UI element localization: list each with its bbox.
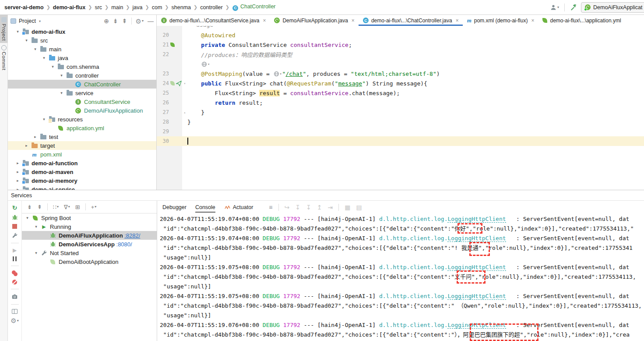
chevron-down-icon[interactable]: ▾: [32, 47, 39, 51]
editor-tab[interactable]: DemoAiFluxApplication.java×: [270, 15, 358, 26]
service-tree-row[interactable]: DemoAiServicesApp :8080/: [22, 240, 157, 249]
add-icon[interactable]: +▾: [91, 204, 97, 210]
code-line[interactable]: 22 //produces：响应的数据编码类型: [157, 50, 644, 59]
project-panel-title[interactable]: Project ▾: [11, 18, 41, 24]
expand-all-icon[interactable]: ⇟: [113, 18, 118, 24]
tree-row[interactable]: ▸ demo-ai-maven: [8, 167, 156, 176]
tree-row[interactable]: ▾ main: [8, 45, 156, 53]
layout-settings-icon[interactable]: [12, 309, 18, 314]
chevron-down-icon[interactable]: ▾: [24, 216, 31, 220]
tree-row[interactable]: ▾ java: [8, 53, 156, 62]
group-by-icon[interactable]: ∷▾: [53, 204, 59, 210]
spring-bean-gutter-icon[interactable]: [170, 43, 175, 47]
chevron-right-icon[interactable]: ▸: [14, 170, 21, 174]
navigate-to-caret-icon[interactable]: ⇥: [327, 204, 333, 210]
chevron-down-icon[interactable]: ▾: [32, 224, 40, 229]
breadcrumb-item[interactable]: java: [133, 4, 143, 11]
console-menu-icon[interactable]: ≡: [269, 204, 272, 210]
user-profile-icon[interactable]: ▾: [550, 4, 559, 11]
code-line[interactable]: 24 ▾ public Flux<String> chat(@RequestPa…: [157, 78, 644, 88]
chevron-down-icon[interactable]: ▾: [58, 73, 65, 78]
code-line[interactable]: 23 @PostMapping(value = ▾"/chat", produc…: [157, 69, 644, 78]
settings-gear-icon[interactable]: ⚙▾: [11, 317, 18, 324]
breadcrumb-item[interactable]: src: [95, 4, 102, 11]
grid-view-icon[interactable]: ▦: [345, 204, 350, 210]
chevron-right-icon[interactable]: ▸: [14, 161, 21, 165]
service-port-link[interactable]: :8282/: [124, 232, 140, 239]
close-tab-icon[interactable]: ×: [531, 18, 534, 24]
console-tab-debugger[interactable]: Debugger: [162, 201, 187, 213]
tree-row[interactable]: ▾ demo-ai-flux: [8, 27, 156, 36]
tree-row[interactable]: ▾ com.shenma: [8, 62, 156, 71]
scroll-down-icon[interactable]: ↧: [306, 204, 311, 210]
spring-bean-gutter-icon[interactable]: [170, 81, 175, 85]
code-line[interactable]: 25 Flux<String> result = consultantServi…: [157, 88, 644, 98]
tree-row[interactable]: ▾ service: [8, 89, 156, 97]
close-tab-icon[interactable]: ×: [456, 18, 459, 24]
breadcrumb-item[interactable]: CChatController: [232, 4, 276, 11]
chevron-right-icon[interactable]: ▸: [14, 187, 21, 190]
scroll-up-icon[interactable]: ↥: [317, 204, 322, 210]
code-line[interactable]: 20 @Autowired: [157, 30, 644, 40]
chevron-down-icon[interactable]: ▾: [49, 64, 56, 69]
collapse-all-icon[interactable]: ⇞: [122, 18, 127, 24]
fold-marker[interactable]: ▴: [182, 110, 187, 114]
breadcrumb-item[interactable]: demo-ai-flux: [53, 4, 85, 11]
service-tree-row[interactable]: ▾ Not Started: [22, 249, 157, 257]
expand-all-icon[interactable]: ⇟: [27, 204, 32, 210]
chevron-right-icon[interactable]: ▸: [23, 143, 30, 148]
view-breakpoints-icon[interactable]: [12, 270, 18, 276]
editor-tab[interactable]: Idemo-ai-flux\...\ConsultantService.java…: [157, 15, 270, 26]
service-tree-row[interactable]: DemoAiFluxApplication :8282/: [22, 231, 157, 240]
chevron-down-icon[interactable]: ▾: [23, 38, 30, 43]
tree-row[interactable]: ▸ demo-ai-service: [8, 185, 156, 190]
tree-row[interactable]: ▸ test: [8, 132, 156, 141]
code-line[interactable]: 28 }: [157, 117, 644, 127]
tree-row[interactable]: DemoAiFluxApplication: [8, 106, 156, 115]
tree-row[interactable]: ▾ controller: [8, 71, 156, 80]
run-configuration-selector[interactable]: DemoAiFluxApplicat: [581, 2, 644, 13]
chevron-right-icon[interactable]: ▸: [32, 135, 39, 139]
tool-window-button-commit[interactable]: Commit: [0, 43, 7, 73]
build-hammer-icon[interactable]: [570, 4, 577, 11]
locate-file-icon[interactable]: ⊕: [104, 18, 109, 24]
tree-row[interactable]: C ChatController: [8, 80, 156, 89]
jump-to-end-icon[interactable]: ↪: [285, 204, 290, 210]
service-tree-row[interactable]: ▾ Spring Boot: [22, 213, 157, 222]
tree-row[interactable]: m pom.xml: [8, 150, 156, 159]
tree-row[interactable]: ▸ demo-ai-memory: [8, 176, 156, 185]
filter-icon[interactable]: ∇▾: [64, 204, 70, 210]
tree-row[interactable]: ▾ src: [8, 36, 156, 45]
code-line[interactable]: ▾: [157, 59, 644, 69]
list-settings-icon[interactable]: ▤: [356, 204, 362, 210]
tree-row[interactable]: ▸ target: [8, 141, 156, 150]
fold-marker[interactable]: ▾: [182, 82, 187, 85]
breadcrumb-item[interactable]: com: [152, 4, 162, 11]
add-service-icon[interactable]: ⊞: [75, 204, 80, 210]
console-output[interactable]: 2026-04-07T11:55:19.074+08:00 DEBUG 1779…: [157, 213, 644, 341]
breadcrumb-item[interactable]: main: [111, 4, 123, 11]
rerun-icon[interactable]: ↻: [12, 205, 18, 211]
editor-tab[interactable]: demo-ai-flux\...\application.yml: [538, 15, 625, 26]
resume-icon[interactable]: ▶: [13, 248, 17, 253]
console-tab-actuator[interactable]: Actuator: [224, 201, 253, 213]
tree-row[interactable]: application.yml: [8, 124, 156, 132]
collapse-all-icon[interactable]: ⇞: [37, 204, 42, 210]
close-tab-icon[interactable]: ×: [352, 18, 355, 24]
chevron-down-icon[interactable]: ▾: [14, 29, 21, 34]
breadcrumb-item[interactable]: shenma: [172, 4, 191, 11]
settings-gear-icon[interactable]: ⚙▾: [136, 18, 144, 25]
code-line[interactable]: 29: [157, 127, 644, 136]
editor-tab[interactable]: mpom.xml (demo-ai-flux)×: [463, 15, 538, 26]
chevron-right-icon[interactable]: ▸: [14, 178, 21, 183]
mute-breakpoints-icon[interactable]: [12, 280, 17, 284]
breadcrumb-item[interactable]: controller: [200, 4, 222, 11]
chevron-down-icon[interactable]: ▾: [58, 91, 65, 95]
code-line[interactable]: 21 private ConsultantService consultantS…: [157, 40, 644, 50]
tree-row[interactable]: ▾ resources: [8, 115, 156, 124]
url-mapping-icon[interactable]: ▾: [274, 71, 282, 77]
tree-row[interactable]: ▸ demo-ai-function: [8, 159, 156, 167]
service-tree-row[interactable]: DemoAiBootApplication: [22, 257, 157, 266]
console-tab-console[interactable]: Console: [195, 201, 215, 213]
chevron-down-icon[interactable]: ▾: [32, 251, 40, 255]
